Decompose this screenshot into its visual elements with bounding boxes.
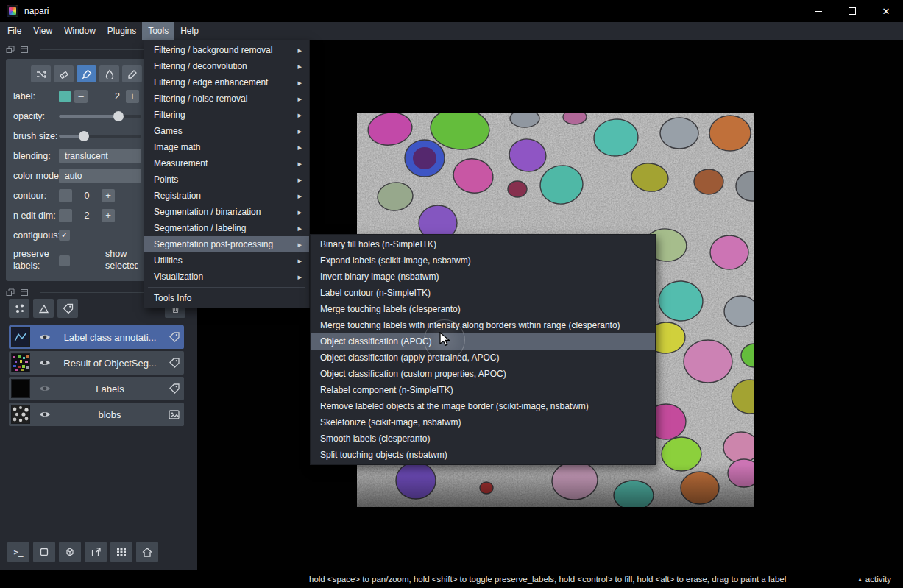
home-button[interactable] <box>136 542 158 562</box>
tools-menu-item[interactable]: Segmentation / binarization▸ <box>144 204 309 220</box>
tools-menu-item[interactable]: Image math▸ <box>144 139 309 155</box>
new-points-layer-button[interactable] <box>9 299 29 318</box>
panel-float-icon[interactable] <box>20 46 29 54</box>
blending-dropdown[interactable]: translucent <box>59 149 141 163</box>
ndim-increment-button[interactable]: + <box>102 209 115 222</box>
label-color-swatch[interactable] <box>59 91 71 102</box>
menubar-item-tools[interactable]: Tools <box>142 22 174 40</box>
transpose-dims-button[interactable] <box>85 542 107 562</box>
tools-menu-item[interactable]: Filtering / background removal▸ <box>144 42 309 58</box>
brush-size-slider[interactable] <box>59 130 141 142</box>
menu-item-label: Registration <box>154 191 201 201</box>
tools-menu-item[interactable]: Points▸ <box>144 171 309 188</box>
submenu-item[interactable]: Binary fill holes (n-SimpleITK) <box>311 236 655 252</box>
submenu-item[interactable]: Merge touching labels with intensity alo… <box>311 317 655 333</box>
tools-menu-item[interactable]: Games▸ <box>144 123 309 139</box>
visibility-icon[interactable] <box>39 410 51 419</box>
fill-bucket-button[interactable] <box>99 65 119 82</box>
tools-menu-item[interactable]: Filtering / edge enhancement▸ <box>144 74 309 91</box>
menu-item-label: Filtering / background removal <box>154 45 272 55</box>
visibility-icon[interactable] <box>39 384 51 393</box>
tools-menu-item[interactable]: Registration▸ <box>144 188 309 204</box>
submenu-item[interactable]: Expand labels (scikit-image, nsbatwm) <box>311 252 655 269</box>
paintbrush-button[interactable] <box>77 65 96 82</box>
eraser-button[interactable] <box>54 65 74 82</box>
layer-list: Label class annotati... Result of Obje <box>9 325 184 428</box>
maximize-button[interactable] <box>835 0 869 22</box>
close-button[interactable]: ✕ <box>869 0 903 22</box>
submenu-item[interactable]: Object classification (APOC) <box>311 333 655 350</box>
panel-menu-icon[interactable] <box>6 46 15 54</box>
contour-increment-button[interactable]: + <box>102 189 115 202</box>
layer-row-blobs[interactable]: blobs <box>9 403 184 426</box>
contour-decrement-button[interactable]: – <box>59 189 72 202</box>
label-blob <box>508 181 527 197</box>
contiguous-label: contiguous: <box>13 230 59 241</box>
menu-item-label: Filtering / edge enhancement <box>154 77 268 88</box>
ndisplay-toggle-button[interactable] <box>33 542 55 562</box>
menu-separator <box>148 287 305 288</box>
grid-view-button[interactable] <box>110 542 132 562</box>
new-shapes-layer-button[interactable] <box>33 299 54 318</box>
layer-row-result-objectseg[interactable]: Result of ObjectSeg... <box>9 351 184 375</box>
submenu-item[interactable]: Remove labeled objects at the image bord… <box>311 398 655 414</box>
contiguous-checkbox[interactable]: ✓ <box>59 230 70 241</box>
submenu-arrow-icon: ▸ <box>297 240 302 249</box>
console-button[interactable]: >_ <box>7 542 29 562</box>
minimize-icon <box>815 11 822 12</box>
roll-dims-button[interactable] <box>59 542 81 562</box>
layer-row-label-class-annotation[interactable]: Label class annotati... <box>9 325 184 349</box>
submenu-item[interactable]: Relabel component (n-SimpleITK) <box>311 382 655 398</box>
submenu-item[interactable]: Invert binary image (nsbatwm) <box>311 269 655 285</box>
menubar-item-plugins[interactable]: Plugins <box>102 22 142 40</box>
preserve-labels-checkbox[interactable] <box>59 255 70 266</box>
menubar-item-view[interactable]: View <box>27 22 58 40</box>
submenu-item[interactable]: Label contour (n-SimpleITK) <box>311 285 655 301</box>
layer-name: blobs <box>51 409 169 420</box>
shuffle-colors-button[interactable] <box>31 65 51 82</box>
blending-value: translucent <box>65 151 108 161</box>
ndim-value[interactable]: 2 <box>72 210 102 221</box>
tools-menu-item[interactable]: Measurement▸ <box>144 155 309 171</box>
tools-menu-item[interactable]: Filtering / deconvolution▸ <box>144 58 309 74</box>
menubar-item-window[interactable]: Window <box>58 22 102 40</box>
tools-menu-item[interactable]: Visualization▸ <box>144 269 309 285</box>
submenu-item[interactable]: Split touching objects (nsbatwm) <box>311 447 655 463</box>
layer-row-labels[interactable]: Labels <box>9 377 184 400</box>
visibility-icon[interactable] <box>39 358 51 367</box>
cursor-icon <box>439 332 450 347</box>
submenu-arrow-icon: ▸ <box>297 159 302 169</box>
new-labels-layer-button[interactable] <box>57 299 78 318</box>
color-mode-dropdown[interactable]: auto <box>59 169 141 183</box>
label-value[interactable]: 2 <box>88 91 126 102</box>
submenu-item[interactable]: Merge touching labels (clesperanto) <box>311 301 655 317</box>
tools-menu-item[interactable]: Segmentation post-processing▸ <box>144 236 309 252</box>
tools-menu-item[interactable]: Segmentation / labeling▸ <box>144 220 309 236</box>
panel-menu-icon[interactable] <box>6 288 15 297</box>
activity-toggle[interactable]: ▴ activity <box>858 575 891 584</box>
label-increment-button[interactable]: + <box>126 90 139 103</box>
contour-value[interactable]: 0 <box>72 191 102 201</box>
minimize-button[interactable] <box>801 0 835 22</box>
submenu-item[interactable]: Object classification (custom properties… <box>311 366 655 382</box>
brush-size-label: brush size: <box>13 131 59 141</box>
status-hint: hold <space> to pan/zoom, hold <shift> t… <box>309 575 786 584</box>
submenu-item[interactable]: Smooth labels (clesperanto) <box>311 431 655 447</box>
opacity-slider[interactable] <box>59 110 141 122</box>
label-decrement-button[interactable]: – <box>74 90 88 103</box>
tools-menu-item[interactable]: Filtering▸ <box>144 107 309 123</box>
panel-float-icon[interactable] <box>20 288 29 297</box>
submenu-item[interactable]: Skeletonize (scikit-image, nsbatwm) <box>311 414 655 431</box>
label-blob <box>413 147 436 169</box>
visibility-icon[interactable] <box>39 333 51 341</box>
slider-handle[interactable] <box>79 131 89 141</box>
color-picker-button[interactable] <box>122 65 142 82</box>
tools-menu-item[interactable]: Tools Info <box>144 290 309 306</box>
tools-menu-item[interactable]: Utilities▸ <box>144 252 309 269</box>
menubar-item-help[interactable]: Help <box>174 22 205 40</box>
tools-menu-item[interactable]: Filtering / noise removal▸ <box>144 91 309 107</box>
menubar-item-file[interactable]: File <box>1 22 27 40</box>
ndim-decrement-button[interactable]: – <box>59 209 72 222</box>
slider-handle[interactable] <box>113 111 124 121</box>
submenu-item[interactable]: Object classification (apply pretrained,… <box>311 350 655 366</box>
